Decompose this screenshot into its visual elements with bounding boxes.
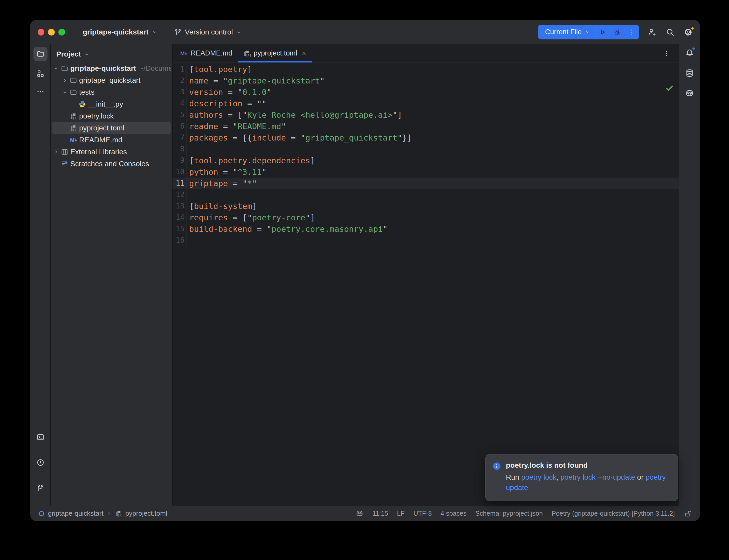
code-line-14[interactable]: 14requires = ["poetry-core"] [172, 212, 679, 223]
tree-item-griptape-quickstart[interactable]: griptape_quickstart [52, 74, 171, 86]
more-tool-windows-button[interactable] [33, 85, 47, 99]
sidebar-item-structure[interactable] [33, 67, 47, 81]
code-text: griptape = "*" [186, 178, 679, 189]
code-line-5[interactable]: 5authors = ["Kyle Roche <hello@griptape.… [172, 109, 679, 121]
chevron-down-icon [236, 29, 242, 35]
code-text: authors = ["Kyle Roche <hello@griptape.a… [186, 109, 679, 121]
package-folder-icon [69, 88, 78, 96]
notification-text: or [635, 473, 646, 481]
project-panel: Project griptape-quickstart~/Documegript… [51, 44, 172, 506]
tree-item--init-py[interactable]: __init__.py [52, 98, 171, 110]
close-tab-icon[interactable] [301, 50, 307, 57]
run-button[interactable] [595, 25, 610, 39]
line-number: 13 [172, 200, 184, 212]
tree-item-griptape-quickstart[interactable]: griptape-quickstart~/Docume [52, 62, 171, 74]
search-everywhere-button[interactable] [665, 27, 675, 37]
vcs-widget[interactable]: Version control [170, 25, 245, 39]
code-with-me-button[interactable] [647, 27, 657, 37]
folder-icon [60, 65, 69, 72]
svg-text:[T]: [T] [246, 53, 250, 57]
code-text: python = "^3.11" [186, 166, 679, 178]
line-number: 15 [172, 223, 184, 235]
code-line-9[interactable]: 9[tool.poetry.dependencies] [172, 155, 679, 166]
code-line-3[interactable]: 3version = "0.1.0" [172, 86, 679, 98]
chevron-down-icon[interactable] [52, 66, 60, 71]
sidebar-item-version-control[interactable] [33, 481, 47, 495]
tree-item-path-suffix: ~/Docume [139, 64, 171, 73]
status-item-line-separator[interactable]: LF [397, 510, 405, 517]
tab-readme-md[interactable]: M README.md [175, 44, 238, 62]
breadcrumb: griptape-quickstart [T] pyproject.toml [38, 509, 167, 517]
notification-link[interactable]: poetry lock [521, 473, 556, 481]
project-selector[interactable]: griptape-quickstart [79, 25, 161, 39]
tree-item-poetry-lock[interactable]: [T]poetry.lock [52, 110, 171, 122]
editor-options-kebab-icon[interactable] [661, 48, 672, 59]
code-line-11[interactable]: 11griptape = "*" [172, 178, 679, 189]
inspection-ok-checkmark-icon[interactable] [665, 84, 674, 93]
tree-item-label: README.md [79, 136, 122, 144]
code-line-10[interactable]: 10python = "^3.11" [172, 166, 679, 178]
code-text: packages = [{include = "griptape_quickst… [186, 132, 679, 143]
chevron-right-icon[interactable] [61, 78, 69, 83]
project-panel-header[interactable]: Project [51, 44, 172, 62]
project-badge-icon [38, 510, 45, 517]
settings-button[interactable] [683, 27, 693, 37]
status-item-copilot-status[interactable] [355, 509, 364, 518]
python-icon [78, 100, 87, 108]
chevron-right-icon[interactable] [52, 149, 60, 155]
zoom-window-button[interactable] [58, 29, 65, 36]
code-line-16[interactable]: 16 [172, 235, 679, 246]
line-number: 10 [172, 166, 184, 178]
sidebar-item-copilot[interactable] [684, 87, 696, 99]
status-item-caret-position[interactable]: 11:15 [373, 510, 389, 517]
status-item-file-encoding[interactable]: UTF-8 [413, 510, 432, 517]
lock-open-icon [684, 509, 692, 518]
code-line-12[interactable]: 12 [172, 189, 679, 200]
sidebar-item-project[interactable] [33, 47, 47, 61]
status-item-python-interpreter[interactable]: Poetry (griptape-quickstart) [Python 3.1… [552, 510, 675, 517]
code-line-1[interactable]: 1[tool.poetry] [172, 64, 679, 75]
code-line-13[interactable]: 13[build-system] [172, 200, 679, 212]
sidebar-item-terminal[interactable] [33, 430, 47, 444]
status-item-readonly-toggle[interactable] [684, 509, 692, 518]
line-number: 2 [172, 75, 184, 86]
sidebar-item-notifications[interactable] [684, 47, 696, 59]
code-line-15[interactable]: 15build-backend = "poetry.core.masonry.a… [172, 223, 679, 235]
debug-button[interactable] [610, 25, 624, 39]
tree-item-pyproject-toml[interactable]: [T]pyproject.toml [52, 122, 171, 134]
status-item-indent-style[interactable]: 4 spaces [441, 510, 467, 517]
breadcrumb-file[interactable]: pyproject.toml [125, 509, 167, 517]
close-window-button[interactable] [38, 29, 44, 36]
ide-window: griptape-quickstart Version control Curr… [30, 20, 700, 521]
run-config-label: Current File [545, 28, 582, 36]
chevron-right-icon [107, 511, 112, 516]
code-line-4[interactable]: 4description = "" [172, 98, 679, 109]
tab-pyproject-toml[interactable]: [T] pyproject.toml [238, 44, 312, 62]
code-line-8[interactable]: 8 [172, 143, 679, 155]
minimize-window-button[interactable] [48, 29, 55, 36]
tree-item-scratches-and-consoles[interactable]: Scratches and Consoles [52, 158, 171, 170]
status-item-json-schema[interactable]: Schema: pyproject.json [475, 510, 543, 517]
line-number: 5 [172, 109, 184, 121]
run-configuration-widget[interactable]: Current File [538, 25, 639, 39]
status-bar: griptape-quickstart [T] pyproject.toml 1… [30, 506, 700, 521]
notification-body: Run poetry lock, poetry lock --no-update… [506, 472, 670, 493]
chevron-down-icon[interactable] [61, 89, 69, 95]
run-more-options-button[interactable] [624, 25, 639, 39]
git-branch-icon [174, 28, 182, 36]
tree-item-tests[interactable]: tests [52, 86, 171, 98]
tree-item-readme-md[interactable]: MREADME.md [52, 134, 171, 146]
tree-item-label: griptape_quickstart [79, 76, 141, 85]
code-line-7[interactable]: 7packages = [{include = "griptape_quicks… [172, 132, 679, 143]
tree-item-external-libraries[interactable]: External Libraries [52, 146, 171, 158]
sidebar-item-problems[interactable] [33, 456, 47, 470]
sidebar-item-database[interactable] [684, 67, 696, 79]
project-tree: griptape-quickstart~/Documegriptape_quic… [51, 62, 172, 170]
notification-link[interactable]: poetry lock --no-update [560, 473, 635, 481]
tree-item-label: pyproject.toml [79, 124, 124, 132]
code-editor[interactable]: 1[tool.poetry]2name = "griptape-quicksta… [172, 62, 679, 246]
code-line-6[interactable]: 6readme = "README.md" [172, 121, 679, 132]
breadcrumb-project[interactable]: griptape-quickstart [48, 509, 103, 517]
code-line-2[interactable]: 2name = "griptape-quickstart" [172, 75, 679, 86]
tab-label: pyproject.toml [254, 49, 297, 57]
